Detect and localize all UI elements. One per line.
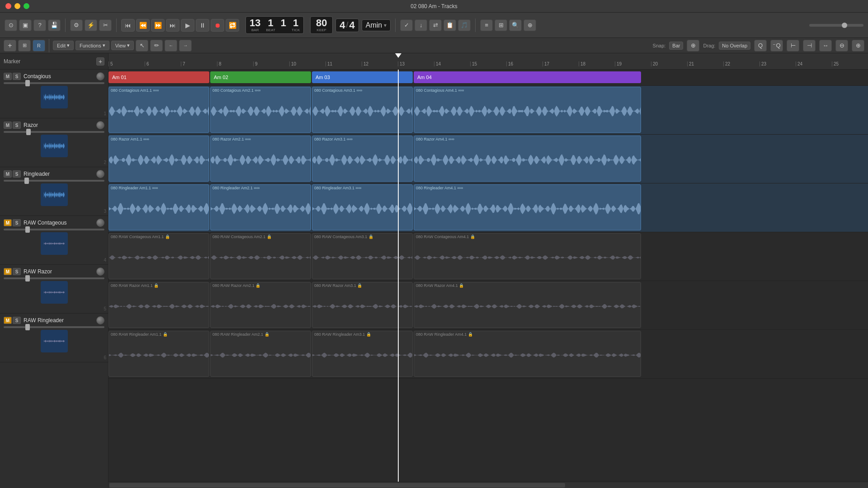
- validate-button[interactable]: ✓: [400, 19, 413, 31]
- fast-forward-button[interactable]: ⏩: [151, 19, 165, 32]
- play-button[interactable]: ▶: [181, 19, 194, 32]
- track-row-5[interactable]: 080 RAW Razor Am1.1 🔒 080 RAW Razor Am2.…: [108, 281, 868, 330]
- track-view-toggle[interactable]: ⊞: [18, 40, 31, 52]
- zoom-in[interactable]: ⊕: [852, 40, 864, 52]
- clip-080_Razor_Am1.1[interactable]: 080 Razor Am1.1 ∞∞: [108, 136, 209, 182]
- quantize-button2[interactable]: ⁻Q: [770, 40, 783, 52]
- snap-selector[interactable]: Bar: [669, 42, 683, 50]
- search-button[interactable]: 🔍: [509, 19, 522, 31]
- clip-080_Ringleader_Am4.1[interactable]: 080 Ringleader Am4.1 ∞∞: [414, 184, 641, 230]
- key-display[interactable]: Amin ▾: [362, 19, 391, 31]
- volume-knob-track-2[interactable]: [96, 121, 104, 129]
- volume-slider-2[interactable]: [4, 131, 104, 133]
- mute-button-track-2[interactable]: M: [4, 122, 12, 129]
- master-fader[interactable]: [809, 24, 863, 27]
- clip-080_Ringleader_Am3.1[interactable]: 080 Ringleader Am3.1 ∞∞: [312, 184, 413, 230]
- rewind-button[interactable]: ⏪: [136, 19, 150, 32]
- section-am01[interactable]: Am 01: [108, 71, 209, 83]
- clip-080_RAW_Razor_Am2.1[interactable]: 080 RAW Razor Am2.1 🔒: [210, 282, 311, 328]
- edit-menu[interactable]: Edit ▾: [53, 41, 74, 50]
- bpm-display[interactable]: 80 KEEP: [310, 16, 333, 34]
- edit-tools-button[interactable]: ✂: [99, 19, 112, 31]
- volume-knob-track-6[interactable]: [96, 316, 104, 324]
- clip-080_Contagious_Am4.1[interactable]: 080 Contagious Am4.1 ∞∞: [414, 87, 641, 133]
- draw-tool[interactable]: ✏: [150, 40, 163, 52]
- horizontal-scrollbar[interactable]: [108, 482, 868, 488]
- clip-080_RAW_Razor_Am3.1[interactable]: 080 RAW Razor Am3.1 🔒: [312, 282, 413, 328]
- clip-080_Contagious_Am1.1[interactable]: 080 Contagious Am1.1 ∞∞: [108, 87, 209, 133]
- time-sig-display[interactable]: 4 / 4: [335, 19, 359, 32]
- clip-080_Razor_Am4.1[interactable]: 080 Razor Am4.1 ∞∞: [414, 136, 641, 182]
- mute-button-track-4[interactable]: M: [4, 219, 12, 226]
- section-am04[interactable]: Am 04: [414, 71, 641, 83]
- mixer-button[interactable]: ⚡: [85, 19, 97, 31]
- import-button[interactable]: ⇄: [429, 19, 442, 31]
- info-button[interactable]: 📋: [443, 19, 456, 31]
- window-controls[interactable]: [5, 3, 29, 9]
- volume-knob-track-4[interactable]: [96, 219, 104, 227]
- volume-knob-track-3[interactable]: [96, 170, 104, 178]
- volume-slider-1[interactable]: [4, 82, 104, 84]
- tracks-content[interactable]: Am 01Am 02Am 03Am 04 080 Contagious Am1.…: [108, 70, 868, 482]
- export-button[interactable]: ↓: [415, 19, 427, 31]
- clip-080_RAW_Contageous_Am1.1[interactable]: 080 RAW Contageous Am1.1 🔒: [108, 233, 209, 279]
- clip-080_RAW_Ringleader_Am3.1[interactable]: 080 RAW Ringleader Am3.1 🔒: [312, 331, 413, 377]
- close-button[interactable]: [5, 3, 11, 9]
- track-row-2[interactable]: 080 Razor Am1.1 ∞∞ 080 Razor Am2.1 ∞∞ 08…: [108, 135, 868, 183]
- settings-button[interactable]: ⚙: [70, 19, 83, 31]
- track-row-1[interactable]: 080 Contagious Am1.1 ∞∞ 080 Contagious A…: [108, 86, 868, 135]
- clip-080_Ringleader_Am2.1[interactable]: 080 Ringleader Am2.1 ∞∞: [210, 184, 311, 230]
- zoom-out[interactable]: ⊖: [835, 40, 848, 52]
- clip-080_Ringleader_Am1.1[interactable]: 080 Ringleader Am1.1 ∞∞: [108, 184, 209, 230]
- record-enable-button[interactable]: R: [33, 40, 45, 52]
- volume-knob-track-5[interactable]: [96, 267, 104, 276]
- track-row-4[interactable]: 080 RAW Contageous Am1.1 🔒 080 RAW Conta…: [108, 232, 868, 281]
- open-button[interactable]: ▣: [19, 19, 32, 31]
- section-am03[interactable]: Am 03: [312, 71, 413, 83]
- solo-button-track-3[interactable]: S: [13, 170, 21, 178]
- save-button[interactable]: 💾: [48, 19, 61, 31]
- cursor-tool[interactable]: ↖: [136, 40, 148, 52]
- loop-button[interactable]: 🔁: [226, 19, 239, 32]
- help-button[interactable]: ?: [33, 19, 46, 31]
- section-am02[interactable]: Am 02: [210, 71, 311, 83]
- volume-knob-track-1[interactable]: [96, 72, 104, 80]
- add-track-button[interactable]: +: [4, 40, 16, 52]
- mute-button-track-3[interactable]: M: [4, 170, 12, 178]
- volume-slider-3[interactable]: [4, 180, 104, 182]
- clip-080_RAW_Contageous_Am3.1[interactable]: 080 RAW Contageous Am3.1 🔒: [312, 233, 413, 279]
- list-view-button[interactable]: ≡: [480, 19, 493, 31]
- clip-080_Razor_Am3.1[interactable]: 080 Razor Am3.1 ∞∞: [312, 136, 413, 182]
- arrow-right-tool[interactable]: →: [179, 40, 192, 52]
- clip-080_RAW_Razor_Am1.1[interactable]: 080 RAW Razor Am1.1 🔒: [108, 282, 209, 328]
- new-button[interactable]: ⊙: [5, 19, 17, 31]
- clip-080_Razor_Am2.1[interactable]: 080 Razor Am2.1 ∞∞: [210, 136, 311, 182]
- volume-slider-6[interactable]: [4, 326, 104, 328]
- clip-080_RAW_Ringleader_Am4.1[interactable]: 080 RAW Ringleader Am4.1 🔒: [414, 331, 641, 377]
- solo-button-track-2[interactable]: S: [13, 122, 21, 129]
- drag-selector[interactable]: No Overlap: [719, 42, 750, 50]
- mute-button-track-6[interactable]: M: [4, 317, 12, 324]
- clip-080_RAW_Contageous_Am4.1[interactable]: 080 RAW Contageous Am4.1 🔒: [414, 233, 641, 279]
- clip-080_Contagious_Am2.1[interactable]: 080 Contagious Am2.1 ∞∞: [210, 87, 311, 133]
- clip-080_RAW_Razor_Am4.1[interactable]: 080 RAW Razor Am4.1 🔒: [414, 282, 641, 328]
- track-row-3[interactable]: 080 Ringleader Am1.1 ∞∞ 080 Ringleader A…: [108, 183, 868, 232]
- arrow-left-tool[interactable]: ←: [165, 40, 177, 52]
- snap-toggle[interactable]: ⊕: [687, 40, 699, 52]
- clip-080_RAW_Ringleader_Am2.1[interactable]: 080 RAW Ringleader Am2.1 🔒: [210, 331, 311, 377]
- solo-button-track-6[interactable]: S: [13, 317, 21, 324]
- go-to-start-button[interactable]: ⏮: [121, 19, 135, 32]
- maximize-button[interactable]: [24, 3, 29, 9]
- metronome-button[interactable]: 🎵: [458, 19, 471, 31]
- align-right[interactable]: ⊣: [803, 40, 816, 52]
- volume-slider-5[interactable]: [4, 277, 104, 279]
- go-to-end-button[interactable]: ⏭: [166, 19, 179, 32]
- clip-080_Contagious_Am3.1[interactable]: 080 Contagious Am3.1 ∞∞: [312, 87, 413, 133]
- mute-button-track-5[interactable]: M: [4, 268, 12, 275]
- track-row-6[interactable]: 080 RAW Ringleader Am1.1 🔒 080 RAW Ringl…: [108, 330, 868, 379]
- volume-slider-4[interactable]: [4, 229, 104, 230]
- pause-button[interactable]: ⏸: [196, 19, 209, 32]
- snap-arrows[interactable]: ↔: [819, 40, 832, 52]
- functions-menu[interactable]: Functions ▾: [75, 41, 109, 50]
- minimize-button[interactable]: [14, 3, 20, 9]
